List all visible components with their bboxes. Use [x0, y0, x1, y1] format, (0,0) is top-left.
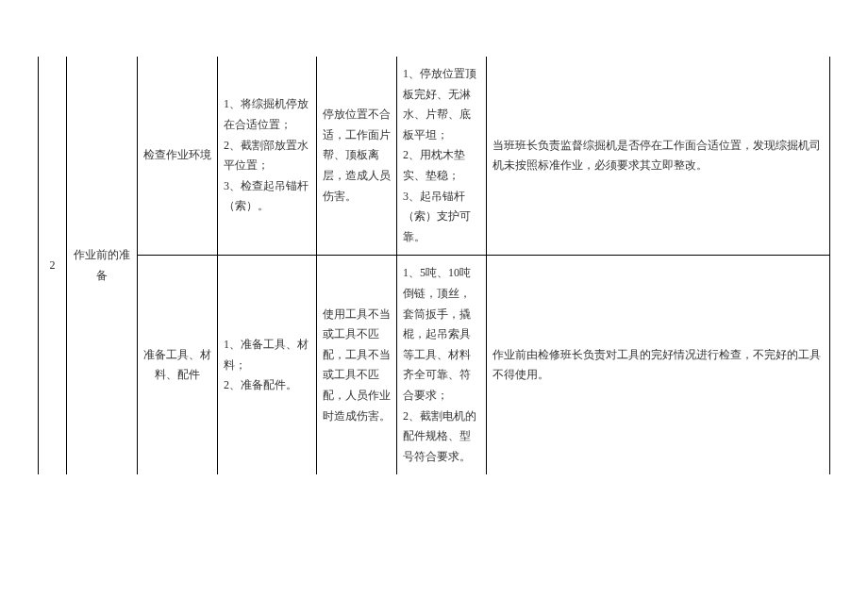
- table-row: 准备工具、材料、配件 1、准备工具、材料；2、准备配件。 使用工具不当或工具不匹…: [39, 256, 830, 474]
- table-row: 2 作业前的准备 检查作业环境 1、将综掘机停放在合适位置；2、截割部放置水平位…: [39, 57, 830, 256]
- note-cell: 当班班长负责监督综掘机是否停在工作面合适位置，发现综掘机司机未按照标准作业，必须…: [487, 57, 830, 256]
- content-cell: 1、准备工具、材料；2、准备配件。: [218, 256, 317, 474]
- phase-cell: 作业前的准备: [67, 57, 138, 474]
- measure-cell: 1、停放位置顶板完好、无淋水、片帮、底板平坦；2、用枕木垫实、垫稳；3、起吊锚杆…: [397, 57, 487, 256]
- measure-cell: 1、5吨、10吨倒链，顶丝，套筒扳手，撬棍，起吊索具等工具、材料齐全可靠、符合要…: [397, 256, 487, 474]
- risk-cell: 停放位置不合适，工作面片帮、顶板离层，造成人员伤害。: [317, 57, 397, 256]
- step-cell: 检查作业环境: [138, 57, 218, 256]
- row-number-cell: 2: [39, 57, 67, 474]
- procedure-table: 2 作业前的准备 检查作业环境 1、将综掘机停放在合适位置；2、截割部放置水平位…: [38, 57, 830, 474]
- risk-cell: 使用工具不当或工具不匹配，工具不当或工具不匹配，人员作业时造成伤害。: [317, 256, 397, 474]
- content-cell: 1、将综掘机停放在合适位置；2、截割部放置水平位置；3、检查起吊锚杆（索）。: [218, 57, 317, 256]
- step-cell: 准备工具、材料、配件: [138, 256, 218, 474]
- note-cell: 作业前由检修班长负责对工具的完好情况进行检查，不完好的工具不得使用。: [487, 256, 830, 474]
